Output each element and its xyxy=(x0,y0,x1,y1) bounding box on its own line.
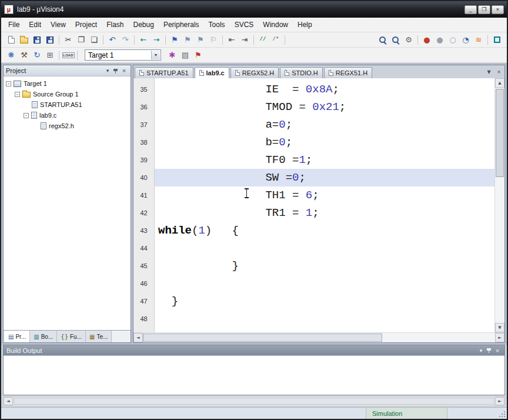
close-panel-icon[interactable]: × xyxy=(120,67,128,75)
translate-file-icon[interactable]: ❋ xyxy=(5,49,18,61)
tree-item-lab9-c[interactable]: -lab9.c xyxy=(4,110,131,121)
enable-breakpoints-icon[interactable]: ◔ xyxy=(459,34,472,46)
menu-item-edit[interactable]: Edit xyxy=(24,18,46,31)
file-extensions-icon[interactable]: ▤ xyxy=(179,49,192,61)
save-all-icon[interactable] xyxy=(44,34,56,46)
insert-breakpoint-icon[interactable]: ● xyxy=(420,34,433,46)
editor-vertical-scrollbar[interactable]: ▲ ▼ xyxy=(494,78,504,332)
panel-tab-pr[interactable]: ▤Pr... xyxy=(5,331,30,342)
editor-tab-lab9-c[interactable]: lab9.c xyxy=(195,67,229,78)
scroll-up-button[interactable]: ▲ xyxy=(495,78,504,88)
code-line-41[interactable]: TH1 = 6; xyxy=(155,186,494,204)
menu-item-window[interactable]: Window xyxy=(258,18,293,31)
next-bookmark-icon[interactable]: ⚑ xyxy=(194,34,207,46)
kill-breakpoints-icon[interactable]: ● xyxy=(433,34,446,46)
code-line-46[interactable] xyxy=(155,275,494,292)
output-scroll-right-button[interactable]: ► xyxy=(495,397,504,405)
options-for-target-icon[interactable]: ✱ xyxy=(166,49,179,61)
pin-icon[interactable] xyxy=(485,346,493,354)
goto-icon[interactable]: ⚙ xyxy=(402,34,415,46)
menu-item-svcs[interactable]: SVCS xyxy=(230,18,259,31)
editor-horizontal-scrollbar[interactable]: ◄ ► xyxy=(133,332,504,342)
indent-icon[interactable]: ⇥ xyxy=(238,34,251,46)
panel-tab-te[interactable]: ▦Te... xyxy=(86,331,112,342)
batch-build-icon[interactable]: ⊞ xyxy=(44,49,56,61)
code-line-35[interactable]: IE = 0x8A; xyxy=(155,81,494,98)
menu-item-flash[interactable]: Flash xyxy=(102,18,128,31)
tree-expander-icon[interactable]: - xyxy=(6,81,11,86)
output-horizontal-scrollbar[interactable]: ◄ ► xyxy=(3,396,505,406)
build-output-content[interactable] xyxy=(4,356,504,395)
configure-window-icon[interactable] xyxy=(490,34,503,46)
tab-list-icon[interactable]: ▼ xyxy=(484,68,493,76)
code-line-38[interactable]: b=0; xyxy=(155,134,494,151)
hscroll-track[interactable] xyxy=(143,333,495,342)
code-line-37[interactable]: a=0; xyxy=(155,116,494,134)
download-icon[interactable]: LOAD xyxy=(62,49,75,61)
target-options-icon[interactable]: ⚑ xyxy=(192,49,205,61)
bookmarks-spring-icon[interactable]: ≋ xyxy=(472,34,485,46)
menu-item-peripherals[interactable]: Peripherals xyxy=(159,18,204,31)
dock-arrow-icon[interactable]: ▾ xyxy=(477,346,485,354)
code-line-47[interactable]: } xyxy=(155,292,494,310)
paste-icon[interactable]: ❏ xyxy=(88,34,101,46)
unindent-icon[interactable]: ⇤ xyxy=(225,34,238,46)
menu-item-debug[interactable]: Debug xyxy=(129,18,159,31)
comment-icon[interactable]: // xyxy=(256,34,269,46)
pin-icon[interactable] xyxy=(112,67,120,75)
vscroll-thumb[interactable] xyxy=(496,89,504,177)
resize-grip[interactable] xyxy=(497,408,507,419)
tree-item-target-1[interactable]: -Target 1 xyxy=(4,78,131,89)
tree-item-regx52-h[interactable]: regx52.h xyxy=(4,121,131,131)
save-icon[interactable] xyxy=(31,34,44,46)
navigate-forward-icon[interactable]: → xyxy=(150,34,163,46)
tree-item-source-group-1[interactable]: -Source Group 1 xyxy=(4,89,131,99)
editor-tab-regx52-h[interactable]: REGX52.H xyxy=(230,67,279,78)
output-scroll-left-button[interactable]: ◄ xyxy=(4,397,13,405)
target-select[interactable]: Target 1 ▼ xyxy=(85,49,161,61)
new-file-icon[interactable] xyxy=(5,34,18,46)
previous-bookmark-icon[interactable]: ⚑ xyxy=(181,34,194,46)
dock-arrow-icon[interactable]: ▾ xyxy=(103,67,112,75)
code-line-45[interactable]: } xyxy=(155,257,494,275)
find-in-files-icon[interactable] xyxy=(376,34,389,46)
undo-icon[interactable]: ↶ xyxy=(106,34,119,46)
editor-tab-stdio-h[interactable]: STDIO.H xyxy=(280,67,323,78)
scroll-down-button[interactable]: ▼ xyxy=(495,323,504,332)
restore-button[interactable]: ❐ xyxy=(478,5,490,14)
toggle-bookmark-icon[interactable]: ⚑ xyxy=(168,34,181,46)
close-button[interactable]: × xyxy=(492,5,504,14)
clear-bookmarks-icon[interactable]: ⚐ xyxy=(207,34,220,46)
minimize-button[interactable]: _ xyxy=(464,5,477,14)
menu-item-project[interactable]: Project xyxy=(71,18,102,31)
panel-tab-bo[interactable]: ▥Bo... xyxy=(30,331,57,342)
open-file-icon[interactable] xyxy=(18,34,31,46)
code-line-48[interactable] xyxy=(155,310,494,328)
uncomment-icon[interactable]: /* xyxy=(269,34,282,46)
menu-item-view[interactable]: View xyxy=(46,18,71,31)
menu-item-help[interactable]: Help xyxy=(293,18,317,31)
redo-icon[interactable]: ↷ xyxy=(119,34,132,46)
find-icon[interactable] xyxy=(389,34,402,46)
code-line-40[interactable]: SW =0; xyxy=(155,169,494,186)
vscroll-track[interactable] xyxy=(495,88,504,323)
close-document-icon[interactable]: × xyxy=(494,68,503,76)
tree-expander-icon[interactable]: - xyxy=(15,92,20,97)
code-line-39[interactable]: TF0 =1; xyxy=(155,151,494,169)
close-panel-icon[interactable]: × xyxy=(493,346,502,354)
code-lines[interactable]: IE = 0x8A; TMOD = 0x21; a=0; b=0; TF0 =1… xyxy=(155,78,494,332)
combo-arrow-icon[interactable]: ▼ xyxy=(151,51,160,59)
tree-expander-icon[interactable]: - xyxy=(24,113,29,118)
menu-item-tools[interactable]: Tools xyxy=(204,18,230,31)
cut-icon[interactable]: ✂ xyxy=(62,34,75,46)
panel-tab-fu[interactable]: {}Fu... xyxy=(57,331,86,342)
navigate-back-icon[interactable]: ← xyxy=(137,34,150,46)
code-line-43[interactable]: while(1) { xyxy=(155,222,494,239)
editor-tab-startup-a51[interactable]: STARTUP.A51 xyxy=(135,67,193,78)
copy-icon[interactable]: ❐ xyxy=(75,34,88,46)
hscroll-thumb[interactable] xyxy=(143,334,382,342)
scroll-left-button[interactable]: ◄ xyxy=(133,333,143,342)
tree-item-startup-a51[interactable]: STARTUP.A51 xyxy=(4,99,131,110)
scroll-right-button[interactable]: ► xyxy=(495,333,504,342)
code-line-36[interactable]: TMOD = 0x21; xyxy=(155,98,494,116)
